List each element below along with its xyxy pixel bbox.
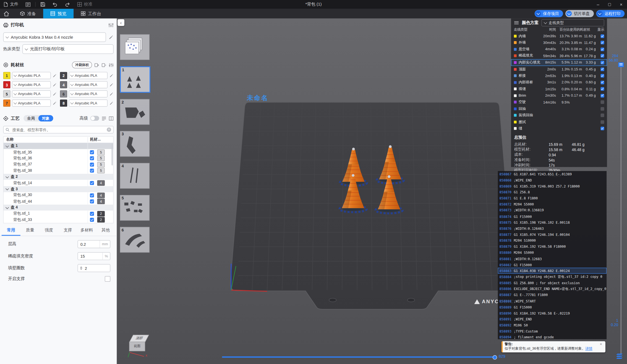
filament-edit-icon[interactable] xyxy=(52,83,57,87)
legend-row[interactable]: 内部实心填充8m15s5.5%1.12 m3.33 g xyxy=(511,59,607,66)
filament-select[interactable]: Anycubic PLA xyxy=(12,99,51,107)
legend-row[interactable]: Brim2m30s1.7%0.17 m0.49 g xyxy=(511,92,607,99)
filament-edit-icon[interactable] xyxy=(109,92,114,96)
gcode-line[interactable]: 858885G1 Z56.800 ; for object exclusion xyxy=(498,280,607,286)
legend-row[interactable]: 缝 xyxy=(511,125,607,132)
gcode-line[interactable]: 858892M106 S0 xyxy=(498,322,607,328)
stepper-up-icon[interactable] xyxy=(80,267,82,268)
object-visible-checkbox[interactable] xyxy=(90,169,94,173)
search-input[interactable] xyxy=(12,127,105,132)
object-row[interactable]: 背包.stl_355 xyxy=(4,149,113,155)
gcode-line[interactable]: 858878M204 S10000 xyxy=(498,238,607,244)
maximize-button[interactable]: ▢ xyxy=(604,0,615,9)
gcode-viewer[interactable]: 858867G1 X187.641 Y243.651 E-.0138985886… xyxy=(498,171,607,339)
legend-show-checkbox[interactable] xyxy=(600,81,604,84)
legend-row[interactable]: 填缝1m15s0.8%0.04 m0.11 g xyxy=(511,86,607,92)
object-filament-badge[interactable]: 4 xyxy=(97,180,104,186)
filament-color-badge[interactable]: 4 xyxy=(60,81,67,88)
object-visible-checkbox[interactable] xyxy=(90,212,94,216)
filament-select[interactable]: Anycubic PLA xyxy=(69,90,108,97)
gcode-line[interactable]: 858871G1 E.8 F1800 xyxy=(498,195,607,201)
gcode-line[interactable]: 858890G1 X184.192 Y246.58 E-.02219 xyxy=(498,310,607,316)
plate-thumbnail-3[interactable]: 3 xyxy=(120,131,150,157)
filament-color-badge[interactable]: 3 xyxy=(3,81,11,88)
gcode-line[interactable]: 858869G1 X185.319 Y246.003 Z57.2 F18000 xyxy=(498,183,607,189)
slice-plate-button[interactable]: 切片单盘 xyxy=(565,10,594,17)
gcode-move-slider-handle[interactable] xyxy=(493,355,497,360)
plate-name[interactable]: 未命名 xyxy=(247,94,268,102)
object-table-scrollbar[interactable] xyxy=(112,144,113,165)
plate-group-row[interactable]: 盘 4 xyxy=(4,205,113,211)
param-tab-4[interactable]: 支撑 xyxy=(58,226,77,236)
legend-row[interactable]: 桥接2m53s1.9%0.13 m0.40 g xyxy=(511,72,607,79)
object-row[interactable]: 背包.stl_385 xyxy=(4,168,113,174)
layers-view-button[interactable] xyxy=(616,353,623,359)
remote-print-dropdown[interactable] xyxy=(597,11,602,16)
gcode-line[interactable]: 858870G1 Z56.8 xyxy=(498,189,607,195)
filament-edit-icon[interactable] xyxy=(109,101,114,105)
object-visible-checkbox[interactable] xyxy=(90,199,94,203)
gcode-line[interactable]: 858872M204 S5000 xyxy=(498,201,607,207)
flush-volume-button[interactable]: 冲刷体积 xyxy=(72,62,92,68)
object-filament-badge[interactable]: 2 xyxy=(97,217,104,223)
object-filament-badge[interactable]: 2 xyxy=(97,211,104,217)
legend-row[interactable]: 空驶14m16s9.5% xyxy=(511,99,607,105)
filament-color-badge[interactable]: 8 xyxy=(60,99,67,107)
gcode-line[interactable]: 858877G1 X185.074 Y246.194 E.00104 xyxy=(498,231,607,238)
chevron-down-icon[interactable] xyxy=(6,175,9,178)
scope-global-tab[interactable]: 全局 xyxy=(23,115,38,122)
param-tab-1[interactable]: 常用 xyxy=(2,226,20,236)
gcode-line[interactable]: 858880M204 S5000 xyxy=(498,250,607,256)
filament-select[interactable]: Anycubic PLA xyxy=(69,72,108,79)
filament-select[interactable]: Anycubic PLA xyxy=(69,99,108,107)
tab-prepare[interactable]: 准备 xyxy=(13,9,43,19)
object-row[interactable]: 背包.stl_12 xyxy=(4,211,113,217)
legend-show-checkbox[interactable] xyxy=(600,54,604,58)
column-filament-header[interactable]: 耗材... xyxy=(88,137,113,142)
gizmo-top-face[interactable]: 顶部 xyxy=(129,335,149,342)
save-button[interactable] xyxy=(37,0,49,9)
filament-edit-icon[interactable] xyxy=(52,73,57,78)
object-filament-badge[interactable]: 5 xyxy=(97,155,104,161)
expand-columns-icon[interactable] xyxy=(109,116,113,120)
chevron-down-icon[interactable] xyxy=(6,187,9,190)
legend-row[interactable]: 顶面2m0s1.3%0.15 m0.45 g xyxy=(511,66,607,72)
plate-thumbnail-2[interactable]: 2 xyxy=(120,99,150,125)
undo-button[interactable] xyxy=(49,0,61,9)
column-name-header[interactable]: 名称 xyxy=(4,137,88,142)
legend-show-checkbox[interactable] xyxy=(600,87,604,91)
param-input[interactable]: 0.2mm xyxy=(78,240,111,248)
legend-row[interactable]: 内部搭桥3m1s2.0%0.20 m0.60 g xyxy=(511,79,607,86)
legend-row[interactable]: 回抽 xyxy=(511,105,607,112)
legend-show-checkbox[interactable] xyxy=(600,48,604,51)
legend-row[interactable]: 装填回抽 xyxy=(511,112,607,119)
search-box[interactable]: × xyxy=(3,126,114,133)
search-clear-icon[interactable]: × xyxy=(107,128,111,132)
calibrate-button[interactable]: 校准 xyxy=(74,0,96,9)
object-visible-checkbox[interactable] xyxy=(90,163,94,167)
printer-settings-icon[interactable] xyxy=(108,23,114,27)
object-filament-badge[interactable]: 5 xyxy=(97,149,104,155)
home-button[interactable] xyxy=(0,9,13,19)
list-view-button[interactable] xyxy=(22,0,34,9)
advanced-toggle[interactable] xyxy=(90,116,99,121)
object-row[interactable]: 背包.stl_375 xyxy=(4,162,113,168)
minimize-button[interactable]: – xyxy=(592,0,604,9)
plate-thumbnail-4[interactable]: 4 xyxy=(120,163,150,189)
filament-select[interactable]: Anycubic PLA xyxy=(12,90,51,97)
bed-type-select[interactable]: 光面打印板/转印板 xyxy=(22,44,114,54)
stepper-down-icon[interactable] xyxy=(80,268,82,270)
view-type-select[interactable]: 走线类型 xyxy=(541,19,604,26)
filament-color-badge[interactable]: 2 xyxy=(60,72,67,79)
legend-show-checkbox[interactable] xyxy=(600,41,604,44)
stepper-arrows[interactable] xyxy=(80,267,82,270)
tab-workbench[interactable]: 工作台 xyxy=(74,9,108,19)
remote-print-button[interactable]: 远程打印 xyxy=(596,10,625,17)
warning-close-icon[interactable]: × xyxy=(600,341,605,353)
gcode-move-slider[interactable] xyxy=(222,357,495,358)
param-tab-2[interactable]: 质量 xyxy=(20,226,39,236)
object-visible-checkbox[interactable] xyxy=(90,150,94,154)
param-input[interactable]: 15% xyxy=(78,252,111,260)
filament-select[interactable]: Anycubic PLA xyxy=(12,72,51,79)
close-button[interactable]: × xyxy=(615,0,627,9)
